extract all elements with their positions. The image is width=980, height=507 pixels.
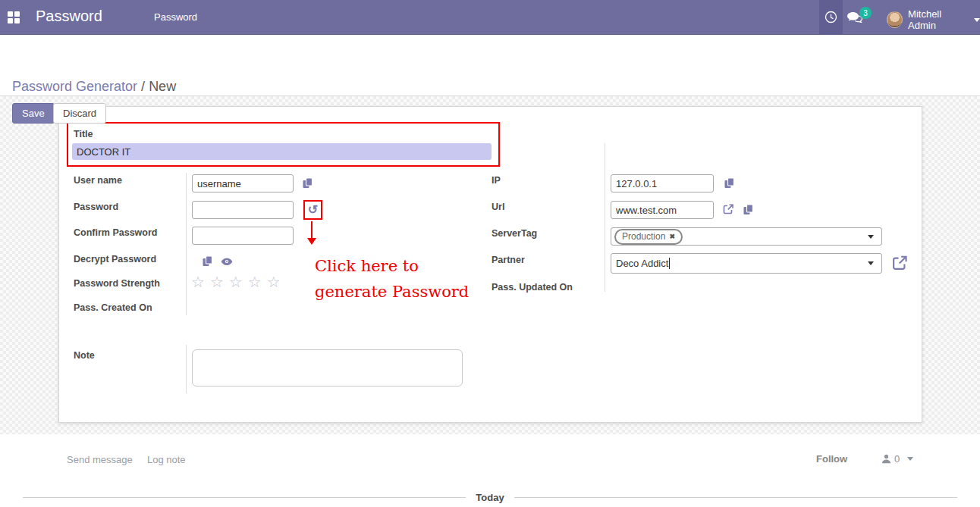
discard-button[interactable]: Discard	[53, 103, 106, 124]
copy-icon-ip[interactable]	[724, 177, 735, 189]
chevron-down-icon	[907, 457, 913, 461]
apps-menu-icon[interactable]	[8, 11, 20, 23]
breadcrumb-separator: /	[141, 79, 149, 94]
field-label-user-name: User name	[74, 175, 122, 186]
password-app-page: Password Password 3 Mitchell Admin Passw	[0, 0, 980, 507]
chevron-down-icon[interactable]	[868, 235, 874, 239]
breadcrumb: Password Generator / New	[12, 79, 176, 95]
field-label-password-strength: Password Strength	[74, 278, 160, 289]
user-name-label: Mitchell Admin	[908, 8, 969, 31]
title-annotation-box	[67, 122, 500, 167]
field-label-password: Password	[74, 202, 118, 212]
field-label-note: Note	[74, 350, 95, 361]
field-label-partner: Partner	[492, 255, 525, 265]
external-link-icon-partner[interactable]	[892, 255, 907, 271]
chevron-down-icon	[974, 18, 980, 22]
rotate-left-icon[interactable]: ↺	[308, 204, 318, 216]
url-input[interactable]	[611, 201, 714, 219]
field-label-ip: IP	[492, 175, 501, 186]
field-label-decrypt-password: Decrypt Password	[74, 254, 156, 264]
date-divider: Today	[23, 492, 957, 503]
nav-menu-password[interactable]: Password	[154, 11, 197, 23]
field-label-url: Url	[492, 202, 504, 212]
messages-count-badge: 3	[859, 7, 872, 19]
eye-icon[interactable]	[221, 258, 233, 266]
password-input[interactable]	[192, 201, 294, 219]
generate-password-annotation-box: ↺	[303, 200, 322, 220]
annotation-arrow-line	[311, 221, 313, 238]
field-label-servertag: ServerTag	[492, 228, 537, 239]
external-link-icon-url[interactable]	[723, 204, 733, 214]
date-divider-label: Today	[476, 492, 504, 503]
partner-select[interactable]: Deco Addict	[611, 253, 882, 274]
followers-count: 0	[894, 453, 900, 465]
note-separator	[186, 345, 187, 393]
app-brand[interactable]: Password	[36, 8, 102, 25]
note-textarea[interactable]	[192, 349, 463, 387]
follow-button[interactable]: Follow	[816, 453, 847, 465]
log-note-button[interactable]: Log note	[147, 454, 186, 465]
field-label-pass-created-on: Pass. Created On	[74, 302, 152, 313]
user-menu[interactable]: Mitchell Admin	[887, 8, 980, 31]
breadcrumb-current: New	[149, 79, 176, 94]
avatar	[887, 11, 903, 28]
user-name-input[interactable]	[192, 174, 294, 192]
clock-icon[interactable]	[825, 11, 837, 23]
annotation-text-line2: generate Password	[315, 283, 469, 301]
tag-remove-icon[interactable]: ✖	[669, 233, 675, 240]
servertag-pill-label: Production	[622, 231, 665, 242]
right-column-separator	[605, 143, 605, 292]
divider-line-right	[514, 497, 957, 498]
followers-dropdown[interactable]: 0	[881, 453, 913, 465]
top-navbar: Password Password 3 Mitchell Admin	[0, 0, 980, 35]
breadcrumb-link-password-generator[interactable]: Password Generator	[12, 79, 137, 94]
partner-value: Deco Addict	[616, 258, 668, 269]
save-button[interactable]: Save	[12, 103, 55, 124]
chevron-down-icon[interactable]	[868, 261, 874, 265]
field-label-confirm-password: Confirm Password	[74, 227, 157, 238]
password-strength-stars[interactable]: ☆☆☆☆☆	[191, 273, 286, 291]
annotation-arrow-head	[307, 238, 316, 245]
confirm-password-input[interactable]	[192, 227, 294, 245]
text-cursor	[669, 258, 670, 269]
servertag-select[interactable]: Production ✖	[611, 227, 882, 246]
person-icon	[881, 454, 891, 464]
left-column-separator	[186, 173, 187, 315]
copy-icon-url[interactable]	[743, 204, 754, 215]
copy-icon-username[interactable]	[302, 177, 313, 189]
control-panel: Password Generator / New Save Discard	[0, 35, 980, 96]
divider-line-left	[23, 497, 466, 498]
annotation-text-line1: Click here to	[315, 257, 419, 275]
field-label-pass-updated-on: Pass. Updated On	[492, 282, 573, 293]
send-message-button[interactable]: Send message	[67, 454, 133, 465]
servertag-pill: Production ✖	[614, 229, 683, 245]
ip-input[interactable]	[611, 174, 714, 192]
copy-icon-decrypt[interactable]	[202, 255, 213, 267]
